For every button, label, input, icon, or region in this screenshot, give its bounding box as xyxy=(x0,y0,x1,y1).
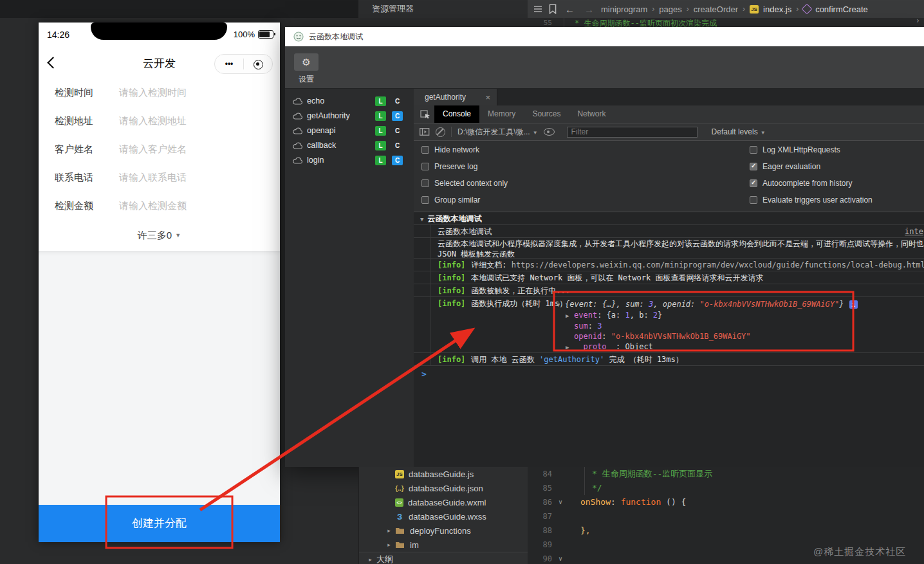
breadcrumb-item[interactable]: miniprogram xyxy=(601,5,647,14)
function-item-login[interactable]: login L C xyxy=(285,153,414,168)
customer-name-input[interactable]: 请输入客户姓名 xyxy=(119,143,187,156)
execution-context-selector[interactable]: D:\微信开发工具\微...▼ xyxy=(457,127,538,138)
cloud-badge[interactable]: C xyxy=(392,96,403,106)
log-levels-dropdown[interactable]: Default levels▼ xyxy=(712,127,766,136)
breadcrumb-file[interactable]: index.js xyxy=(763,5,791,14)
function-name: login xyxy=(307,156,324,165)
object-preview-line[interactable]: ▼{event: {…}, sum: 3, openid: "o-kbx4nbV… xyxy=(557,299,858,310)
cloud-badge-active[interactable]: C xyxy=(392,111,403,121)
folder-im[interactable]: ▸ im xyxy=(359,538,528,552)
tab-network[interactable]: Network xyxy=(569,105,614,123)
clear-console-icon[interactable] xyxy=(436,127,445,137)
log-source-link[interactable]: inte xyxy=(905,225,923,238)
address-input[interactable]: 请输入检测地址 xyxy=(119,115,187,127)
settings-button[interactable]: ⚙ xyxy=(294,53,319,71)
checkbox-checked-icon[interactable] xyxy=(750,179,757,187)
object-property-proto[interactable]: ▶__proto__: Object xyxy=(557,341,858,352)
checkbox-icon[interactable] xyxy=(750,196,757,204)
option-eager-evaluation[interactable]: Eager evaluation xyxy=(750,162,873,171)
option-evaluate-triggers-activation[interactable]: Evaluate triggers user activation xyxy=(750,196,873,205)
time-input[interactable]: 请输入检测时间 xyxy=(119,87,187,99)
page-background xyxy=(39,251,280,505)
info-badge-icon[interactable]: i xyxy=(849,300,858,309)
fold-chevron-icon[interactable]: ∨ xyxy=(559,495,562,509)
chevron-right-icon[interactable]: › xyxy=(916,15,920,26)
docs-link[interactable]: https://developers.weixin.qq.com/minipro… xyxy=(512,260,924,269)
close-minipogram-button[interactable] xyxy=(244,59,272,70)
checkbox-icon[interactable] xyxy=(421,179,429,187)
tab-memory[interactable]: Memory xyxy=(479,105,524,123)
cloud-icon xyxy=(293,98,304,105)
function-item-echo[interactable]: echo L C xyxy=(285,94,414,109)
tab-sources[interactable]: Sources xyxy=(524,105,569,123)
breadcrumb-separator: › xyxy=(652,5,654,14)
option-hide-network[interactable]: Hide network xyxy=(421,145,508,154)
fold-chevron-icon[interactable]: ∨ xyxy=(559,552,562,564)
bookmark-icon[interactable] xyxy=(548,4,558,14)
console-prompt-icon[interactable]: > xyxy=(421,369,427,379)
nav-back-icon[interactable]: ← xyxy=(562,4,577,15)
tree-expand-icon[interactable]: ▸ xyxy=(366,556,374,563)
log-row-info: [info]函数被触发，正在执行中... xyxy=(414,284,924,297)
console-filter-input[interactable] xyxy=(567,127,698,138)
list-icon[interactable] xyxy=(533,4,543,14)
close-icon[interactable]: × xyxy=(485,93,490,102)
option-preserve-log[interactable]: Preserve log xyxy=(421,162,508,171)
option-selected-context-only[interactable]: Selected context only xyxy=(421,179,508,188)
option-autocomplete-history[interactable]: Autocomplete from history xyxy=(750,179,873,188)
expand-triangle-icon[interactable]: ▶ xyxy=(566,311,572,321)
create-assign-button[interactable]: 创建并分配 xyxy=(39,505,280,542)
assignee-picker[interactable]: 许三多0▼ xyxy=(39,220,280,251)
breadcrumb-symbol[interactable]: confirmCreate xyxy=(815,5,868,14)
devtools: getAuthority × Console Memory Sources Ne… xyxy=(414,89,924,467)
log-group-header[interactable]: ▼云函数本地调试 xyxy=(414,212,924,225)
checkbox-icon[interactable] xyxy=(750,146,757,154)
checkbox-icon[interactable] xyxy=(421,146,429,154)
tab-console[interactable]: Console xyxy=(434,105,479,123)
file-databaseguide-js[interactable]: JS databaseGuide.js xyxy=(359,467,528,481)
cloud-badge-active[interactable]: C xyxy=(392,156,403,165)
option-label: Preserve log xyxy=(434,162,477,171)
folder-deployfunctions[interactable]: ▸ deployFunctions xyxy=(359,523,528,538)
log-text: 函数被触发，正在执行中... xyxy=(471,286,570,295)
more-menu-button[interactable]: ••• xyxy=(215,55,243,73)
file-databaseguide-wxml[interactable]: <> databaseGuide.wxml xyxy=(359,495,528,509)
expand-triangle-icon[interactable]: ▶ xyxy=(566,342,572,352)
tree-expand-icon[interactable]: ▸ xyxy=(385,541,393,548)
function-item-openapi[interactable]: openapi L C xyxy=(285,123,414,138)
option-log-xmlhttprequests[interactable]: Log XMLHttpRequests xyxy=(750,145,873,154)
phone-number-input[interactable]: 请输入联系电话 xyxy=(119,172,187,184)
breadcrumb-item[interactable]: createOrder xyxy=(694,5,738,14)
symbol-method-icon xyxy=(802,4,813,15)
collapse-triangle-icon[interactable]: ▼ xyxy=(557,300,563,310)
file-databaseguide-wxss[interactable]: З databaseGuide.wxss xyxy=(359,509,528,523)
function-item-callback[interactable]: callback L C xyxy=(285,138,414,153)
local-debug-badge[interactable]: L xyxy=(375,126,386,136)
local-debug-badge[interactable]: L xyxy=(375,156,386,165)
object-property-event[interactable]: ▶event: {a: 1, b: 2} xyxy=(557,310,858,321)
collapse-triangle-icon[interactable]: ▼ xyxy=(420,216,423,223)
local-debug-badge[interactable]: L xyxy=(375,96,386,106)
checkbox-icon[interactable] xyxy=(421,196,429,204)
option-label: Evaluate triggers user activation xyxy=(762,196,873,205)
live-expression-eye-icon[interactable] xyxy=(544,128,555,136)
status-time: 14:26 xyxy=(47,30,69,40)
cloud-badge[interactable]: C xyxy=(392,141,403,150)
checkbox-checked-icon[interactable] xyxy=(750,163,757,170)
local-debug-badge[interactable]: L xyxy=(375,141,386,150)
local-debug-badge[interactable]: L xyxy=(375,111,386,121)
tab-getauthority[interactable]: getAuthority × xyxy=(414,89,497,105)
field-label: 检测时间 xyxy=(55,87,119,99)
outline-section[interactable]: ▸ 大纲 xyxy=(359,552,528,564)
cloud-badge[interactable]: C xyxy=(392,126,403,136)
file-databaseguide-json[interactable]: {..} databaseGuide.json xyxy=(359,481,528,495)
checkbox-icon[interactable] xyxy=(421,163,429,170)
option-group-similar[interactable]: Group similar xyxy=(421,196,508,205)
tree-expand-icon[interactable]: ▸ xyxy=(385,527,393,534)
sidebar-toggle-icon[interactable] xyxy=(420,128,430,136)
function-item-getauthority[interactable]: getAuthority L C xyxy=(285,109,414,123)
window-title: 云函数本地调试 xyxy=(309,32,363,42)
breadcrumb-item[interactable]: pages xyxy=(659,5,681,14)
inspect-element-icon[interactable] xyxy=(420,109,430,119)
amount-input[interactable]: 请输入检测金额 xyxy=(119,200,187,212)
